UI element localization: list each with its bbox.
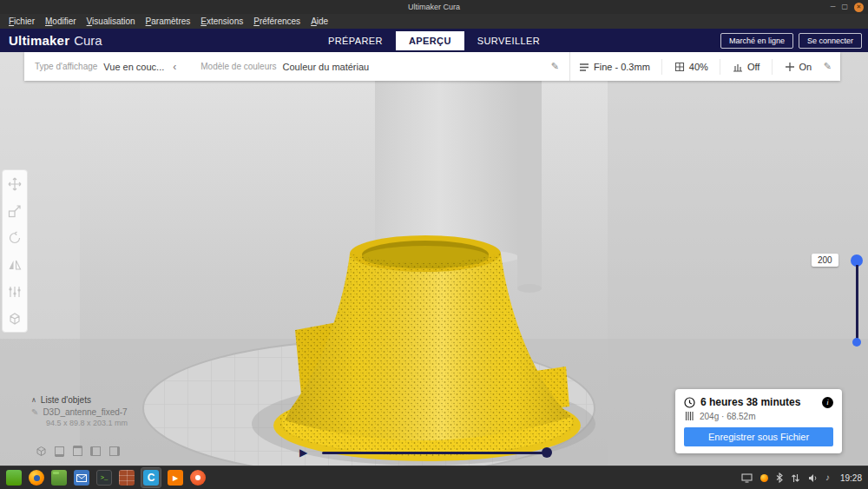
per-model-settings-button[interactable] bbox=[3, 278, 27, 305]
marketplace-button[interactable]: Marché en ligne bbox=[720, 33, 793, 49]
view-left-icon bbox=[90, 446, 102, 457]
tab-prepare[interactable]: PRÉPARER bbox=[315, 31, 396, 50]
adhesion-setting[interactable]: On bbox=[785, 62, 812, 72]
print-summary-card: 6 heures 38 minutes i 204g · 68.52m Enre… bbox=[675, 389, 842, 453]
volume-icon[interactable] bbox=[808, 473, 818, 483]
maximize-icon[interactable]: ▢ bbox=[841, 3, 848, 10]
scale-tool-button[interactable] bbox=[3, 197, 27, 224]
support-icon bbox=[733, 62, 743, 72]
edit-view-icon[interactable]: ✎ bbox=[551, 61, 559, 72]
current-layer-badge: 200 bbox=[812, 254, 838, 267]
display-icon[interactable] bbox=[741, 473, 753, 483]
close-icon[interactable]: ✕ bbox=[854, 3, 864, 12]
menu-parametres[interactable]: Paramètres bbox=[141, 14, 196, 29]
layer-slider: 200 bbox=[850, 254, 865, 349]
app-header: Ultimaker Cura PRÉPARER APERÇU SURVEILLE… bbox=[0, 29, 868, 52]
adhesion-icon bbox=[785, 62, 795, 72]
move-icon bbox=[8, 177, 22, 191]
camera-view-presets bbox=[35, 445, 121, 458]
view-toolbar: Type d'affichage Vue en couc... ‹ Modèle… bbox=[24, 52, 840, 81]
support-blocker-icon bbox=[8, 312, 22, 326]
viewport: Type d'affichage Vue en couc... ‹ Modèle… bbox=[0, 52, 868, 466]
system-tray: ♪ 19:28 bbox=[741, 472, 862, 483]
cura-logo: Ultimaker Cura bbox=[9, 29, 102, 52]
media-player-icon[interactable]: ▶ bbox=[168, 470, 183, 486]
chevron-icon[interactable]: ‹ bbox=[173, 61, 176, 73]
per-model-settings-icon bbox=[8, 285, 22, 299]
view-right-icon bbox=[108, 446, 120, 457]
menu-modifier[interactable]: Modifier bbox=[40, 14, 82, 29]
active-app-highlight: C bbox=[141, 468, 161, 487]
view-3d-button[interactable] bbox=[35, 445, 48, 458]
support-setting[interactable]: Off bbox=[733, 62, 760, 72]
color-scheme-label: Modèle de couleurs bbox=[201, 62, 276, 71]
print-settings-panel[interactable]: Fine - 0.3mm 40% Off On ✎ bbox=[569, 52, 840, 81]
menu-aide[interactable]: Aide bbox=[306, 14, 333, 29]
display-type-dropdown[interactable]: Vue en couc... bbox=[103, 62, 164, 72]
menu-preferences[interactable]: Préférences bbox=[248, 14, 306, 29]
launcher-icon[interactable] bbox=[6, 470, 22, 486]
edit-settings-icon[interactable]: ✎ bbox=[824, 61, 832, 72]
object-list-panel: ∧ Liste d'objets ✎ D3D_antenne_fixed-7 9… bbox=[31, 395, 128, 427]
print-time-estimate: 6 heures 38 minutes bbox=[700, 396, 817, 408]
tab-monitor[interactable]: SURVEILLER bbox=[464, 31, 553, 50]
music-note-icon[interactable]: ♪ bbox=[825, 473, 830, 482]
support-blocker-button[interactable] bbox=[3, 305, 27, 332]
infill-setting[interactable]: 40% bbox=[674, 62, 708, 72]
mirror-icon bbox=[8, 258, 22, 272]
profile-setting[interactable]: Fine - 0.3mm bbox=[579, 62, 650, 72]
sign-in-button[interactable]: Se connecter bbox=[799, 33, 862, 49]
network-icon[interactable] bbox=[791, 473, 800, 483]
firefox-tray-icon[interactable] bbox=[760, 474, 768, 482]
files-icon[interactable] bbox=[51, 470, 67, 486]
material-spool-icon bbox=[685, 411, 694, 421]
layer-playback: ▶ bbox=[299, 446, 550, 459]
view-front-icon bbox=[54, 446, 65, 457]
menu-fichier[interactable]: Fichier bbox=[3, 14, 40, 29]
stage-tabs: PRÉPARER APERÇU SURVEILLER bbox=[315, 29, 553, 52]
save-to-file-button[interactable]: Enregistrer sous Fichier bbox=[684, 427, 833, 446]
layer-slider-track[interactable] bbox=[856, 265, 858, 340]
mail-icon[interactable] bbox=[74, 470, 89, 486]
tool-panel bbox=[2, 169, 28, 333]
object-dimensions: 94.5 x 89.8 x 203.1 mm bbox=[46, 419, 128, 427]
view-top-icon bbox=[72, 446, 83, 457]
firefox-icon[interactable] bbox=[29, 470, 44, 486]
firefox-globe-icon bbox=[34, 475, 40, 481]
bluetooth-icon[interactable] bbox=[776, 472, 783, 483]
move-tool-button[interactable] bbox=[3, 170, 27, 197]
object-name[interactable]: D3D_antenne_fixed-7 bbox=[43, 407, 127, 417]
view-right-button[interactable] bbox=[108, 445, 121, 458]
rotate-icon bbox=[8, 231, 22, 245]
packages-icon[interactable] bbox=[119, 470, 135, 486]
rotate-tool-button[interactable] bbox=[3, 224, 27, 251]
object-list-toggle[interactable]: ∧ Liste d'objets bbox=[31, 395, 128, 405]
material-estimate: 204g · 68.52m bbox=[700, 412, 756, 421]
tab-preview[interactable]: APERÇU bbox=[396, 31, 464, 50]
terminal-icon[interactable]: >_ bbox=[96, 470, 112, 486]
taskbar-clock[interactable]: 19:28 bbox=[840, 473, 862, 483]
menu-visualisation[interactable]: Visualisation bbox=[82, 14, 141, 29]
menu-extensions[interactable]: Extensions bbox=[195, 14, 248, 29]
menubar: Fichier Modifier Visualisation Paramètre… bbox=[0, 14, 868, 29]
layer-height-icon bbox=[579, 62, 589, 72]
view-front-button[interactable] bbox=[53, 445, 66, 458]
view-top-button[interactable] bbox=[71, 445, 84, 458]
cura-icon[interactable]: C bbox=[143, 470, 159, 486]
rename-object-icon[interactable]: ✎ bbox=[31, 407, 38, 417]
music-app-icon[interactable] bbox=[190, 470, 206, 486]
os-taskbar: >_ C ▶ ♪ 19:28 bbox=[0, 466, 868, 489]
color-scheme-dropdown[interactable]: Couleur du matériau bbox=[283, 62, 370, 72]
view-left-button[interactable] bbox=[89, 445, 102, 458]
scale-icon bbox=[8, 204, 22, 218]
mirror-tool-button[interactable] bbox=[3, 251, 27, 278]
window-title: Ultimaker Cura bbox=[408, 3, 460, 11]
playback-slider[interactable] bbox=[322, 452, 550, 454]
playback-slider-handle[interactable] bbox=[542, 447, 552, 458]
os-titlebar: Ultimaker Cura ─ ▢ ✕ bbox=[0, 0, 868, 14]
play-icon[interactable]: ▶ bbox=[299, 446, 307, 459]
info-icon[interactable]: i bbox=[822, 397, 833, 408]
layer-slider-bottom-handle[interactable] bbox=[852, 338, 861, 347]
minimize-icon[interactable]: ─ bbox=[831, 3, 836, 10]
screen: Ultimaker Cura ─ ▢ ✕ Fichier Modifier Vi… bbox=[0, 0, 868, 489]
